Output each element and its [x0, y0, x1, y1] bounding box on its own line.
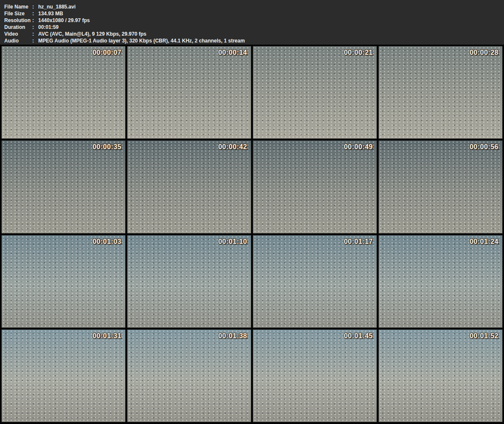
metadata-row: File Size : 134.93 MB: [4, 10, 499, 17]
video-thumbnail: 00:01:03: [1, 235, 126, 328]
video-thumbnail: 00:01:10: [127, 235, 251, 328]
timestamp-overlay: 00:00:42: [218, 143, 247, 151]
metadata-value: 134.93 MB: [38, 10, 499, 17]
metadata-row: File Name : hz_nu_1885.avi: [4, 3, 499, 10]
video-thumbnail: 00:00:21: [253, 46, 377, 139]
metadata-label: Video: [4, 31, 32, 37]
metadata-label: File Size: [4, 10, 32, 17]
metadata-separator: :: [32, 24, 38, 31]
metadata-value: 1440x1080 / 29.97 fps: [38, 17, 499, 24]
metadata-value: 00:01:59: [38, 24, 499, 31]
timestamp-overlay: 00:00:14: [218, 49, 247, 57]
media-info-header: File Name : hz_nu_1885.avi File Size : 1…: [0, 0, 504, 45]
video-thumbnail: 00:00:28: [378, 46, 503, 139]
metadata-row: Audio : MPEG Audio (MPEG-1 Audio layer 3…: [4, 37, 499, 44]
metadata-row: Duration : 00:01:59: [4, 24, 499, 31]
video-thumbnail: 00:01:45: [253, 329, 377, 422]
video-thumbnail: 00:01:24: [378, 235, 503, 328]
timestamp-overlay: 00:01:45: [344, 332, 373, 340]
timestamp-overlay: 00:00:21: [344, 49, 373, 57]
metadata-separator: :: [32, 10, 38, 17]
metadata-value: MPEG Audio (MPEG-1 Audio layer 3), 320 K…: [38, 37, 499, 44]
metadata-separator: :: [32, 37, 38, 44]
video-thumbnail: 00:00:14: [127, 46, 251, 139]
timestamp-overlay: 00:01:03: [93, 238, 121, 246]
timestamp-overlay: 00:01:52: [470, 332, 498, 340]
timestamp-overlay: 00:00:28: [470, 49, 498, 57]
metadata-label: Audio: [4, 37, 32, 44]
metadata-label: File Name: [4, 3, 32, 10]
metadata-label: Resolution: [4, 17, 32, 24]
metadata-label: Duration: [4, 24, 32, 31]
video-thumbnail: 00:01:17: [253, 235, 377, 328]
thumbnail-grid: 00:00:07 00:00:14 00:00:21 00:00:28 00:0…: [0, 45, 504, 424]
timestamp-overlay: 00:00:07: [93, 49, 121, 57]
timestamp-overlay: 00:00:49: [344, 143, 373, 151]
metadata-separator: :: [32, 17, 38, 24]
timestamp-overlay: 00:01:24: [470, 238, 498, 246]
metadata-value: AVC (AVC, Main@L4), 9 129 Kbps, 29.970 f…: [38, 31, 499, 37]
video-thumbnail: 00:01:31: [1, 329, 126, 422]
timestamp-overlay: 00:01:17: [344, 238, 373, 246]
video-thumbnail: 00:00:42: [127, 140, 251, 233]
timestamp-overlay: 00:00:35: [93, 143, 121, 151]
timestamp-overlay: 00:01:10: [218, 238, 247, 246]
video-thumbnail: 00:01:38: [127, 329, 251, 422]
timestamp-overlay: 00:00:56: [470, 143, 498, 151]
metadata-row: Video : AVC (AVC, Main@L4), 9 129 Kbps, …: [4, 31, 499, 37]
video-thumbnail: 00:00:35: [1, 140, 126, 233]
timestamp-overlay: 00:01:38: [218, 332, 247, 340]
timestamp-overlay: 00:01:31: [93, 332, 121, 340]
video-thumbnail: 00:00:56: [378, 140, 503, 233]
video-contact-sheet: File Name : hz_nu_1885.avi File Size : 1…: [0, 0, 504, 424]
video-thumbnail: 00:00:49: [253, 140, 377, 233]
metadata-separator: :: [32, 31, 38, 37]
metadata-row: Resolution : 1440x1080 / 29.97 fps: [4, 17, 499, 24]
video-thumbnail: 00:00:07: [1, 46, 126, 139]
video-thumbnail: 00:01:52: [378, 329, 503, 422]
metadata-value: hz_nu_1885.avi: [38, 3, 499, 10]
metadata-separator: :: [32, 3, 38, 10]
